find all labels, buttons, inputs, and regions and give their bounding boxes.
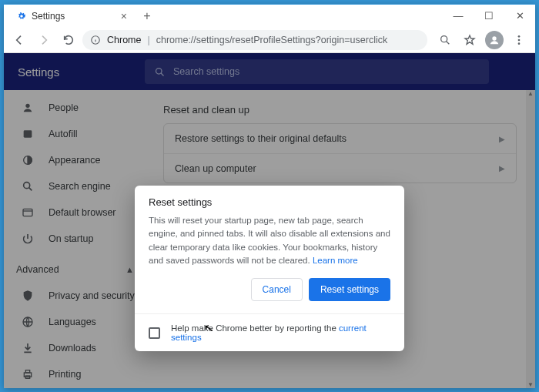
- reset-settings-dialog: Reset settings This will reset your star…: [135, 186, 404, 351]
- svg-point-5: [492, 36, 496, 40]
- cancel-button[interactable]: Cancel: [251, 278, 303, 301]
- url-text: chrome://settings/resetProfileSettings?o…: [156, 35, 387, 45]
- new-tab-button[interactable]: +: [138, 7, 156, 25]
- omnibox-search-icon[interactable]: [434, 28, 457, 52]
- gear-icon: [16, 11, 27, 22]
- learn-more-link[interactable]: Learn more: [313, 256, 358, 265]
- close-tab-icon[interactable]: ×: [121, 10, 127, 22]
- forward-button[interactable]: [33, 29, 55, 51]
- minimize-button[interactable]: —: [443, 5, 474, 28]
- dialog-footer: Help make Chrome better by reporting the…: [135, 313, 404, 351]
- svg-point-6: [518, 35, 521, 38]
- dialog-body: This will reset your startup page, new t…: [135, 214, 404, 278]
- menu-button[interactable]: [507, 28, 531, 52]
- info-icon: [90, 35, 101, 45]
- site-label: Chrome: [107, 35, 141, 45]
- browser-tab[interactable]: Settings ×: [10, 5, 133, 27]
- reload-button[interactable]: [58, 29, 79, 51]
- bookmark-star-icon[interactable]: [458, 28, 481, 52]
- svg-point-3: [441, 35, 447, 42]
- address-bar[interactable]: Chrome | chrome://settings/resetProfileS…: [82, 30, 427, 50]
- report-checkbox[interactable]: [149, 327, 160, 339]
- back-button[interactable]: [8, 29, 30, 51]
- reset-settings-button[interactable]: Reset settings: [309, 278, 390, 301]
- close-window-button[interactable]: ✕: [504, 5, 535, 28]
- svg-point-8: [518, 42, 521, 45]
- maximize-button[interactable]: ☐: [474, 5, 504, 28]
- svg-line-4: [447, 41, 450, 44]
- tab-title: Settings: [32, 11, 65, 22]
- dialog-overlay: Reset settings This will reset your star…: [4, 53, 535, 388]
- title-bar: Settings × + — ☐ ✕: [4, 4, 535, 27]
- dialog-title: Reset settings: [135, 186, 404, 214]
- profile-avatar[interactable]: [483, 28, 506, 52]
- navigation-bar: Chrome | chrome://settings/resetProfileS…: [4, 27, 535, 53]
- svg-point-7: [518, 39, 521, 41]
